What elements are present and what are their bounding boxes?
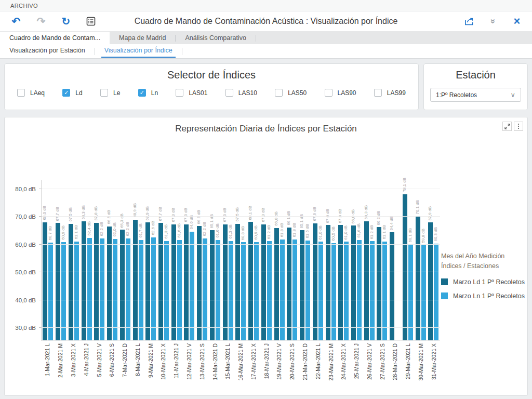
bar-value-label: 62,2 dB	[99, 222, 104, 236]
bar[interactable]	[177, 240, 182, 340]
bar[interactable]	[338, 225, 343, 340]
bar[interactable]	[133, 220, 138, 340]
bar[interactable]	[261, 224, 266, 340]
bar[interactable]	[113, 239, 117, 340]
bar[interactable]	[370, 241, 375, 340]
bar[interactable]	[292, 240, 297, 340]
bar-slot: 59,8 dB	[421, 180, 426, 340]
x-label-cell: 29-Mar-2021 L	[403, 343, 414, 394]
bar[interactable]	[274, 228, 279, 340]
bar[interactable]	[145, 222, 150, 340]
bar[interactable]	[421, 245, 426, 340]
tab-mapa-de-madrid[interactable]: Mapa de Madrid	[110, 32, 175, 44]
bar[interactable]	[364, 221, 369, 340]
bar[interactable]	[210, 230, 215, 340]
bar[interactable]	[408, 244, 413, 340]
bar[interactable]	[87, 238, 92, 340]
menu-archivo[interactable]: ARCHIVO	[10, 3, 38, 9]
bar-slot: 70,1 dB	[416, 180, 420, 340]
checkbox-las10[interactable]: LAS10	[225, 89, 257, 97]
bar[interactable]	[158, 223, 163, 340]
chart-menu-button[interactable]	[514, 122, 523, 131]
report-list-button[interactable]	[84, 15, 98, 28]
subtab-separator	[182, 48, 182, 55]
legend-item-marzo-ln-1-p-recoletos[interactable]: Marzo Ln 1 Pº Recoletos	[441, 292, 530, 300]
subtab-visualizacion-por-indice[interactable]: Visualización por Índice	[101, 44, 176, 58]
bar[interactable]	[416, 217, 420, 340]
subtab-visualizacion-por-estacion[interactable]: Visualización por Estación	[6, 44, 88, 58]
bar-group: 68,3 dB62,4 dB	[81, 180, 92, 340]
bar[interactable]	[223, 224, 228, 340]
checkbox-las99[interactable]: LAS99	[374, 89, 406, 97]
bar[interactable]	[382, 242, 387, 340]
bar[interactable]	[100, 238, 104, 340]
checkbox-le[interactable]: Le	[100, 89, 120, 97]
checkbox-las90[interactable]: LAS90	[325, 89, 356, 97]
bar[interactable]	[326, 225, 330, 340]
bar[interactable]	[216, 240, 220, 340]
checkbox-las01[interactable]: LAS01	[176, 89, 207, 97]
bar[interactable]	[313, 223, 317, 340]
bar[interactable]	[280, 240, 285, 340]
bar[interactable]	[318, 242, 323, 340]
bar[interactable]	[126, 238, 130, 340]
undo-button[interactable]: ↶	[9, 15, 23, 28]
bar[interactable]	[248, 222, 253, 340]
bar[interactable]	[351, 225, 356, 340]
collapse-button[interactable]: »	[486, 15, 500, 28]
bar[interactable]	[203, 238, 207, 340]
bar[interactable]	[151, 237, 156, 340]
plot-area: 68,0 dB60,7 dB67,7 dB60,9 dB67,5 dB61,1 …	[41, 180, 440, 341]
bar[interactable]	[94, 223, 99, 340]
bar[interactable]	[434, 244, 438, 340]
bar[interactable]	[43, 222, 47, 340]
redo-button[interactable]: ↷	[34, 15, 48, 28]
bar[interactable]	[171, 224, 176, 340]
bar-slot: 61,5 dB	[305, 180, 310, 340]
bar[interactable]	[69, 224, 73, 340]
bar-group: 68,9 dB61,7 dB	[132, 180, 143, 340]
bar[interactable]	[74, 242, 79, 340]
bar-value-label: 61,6 dB	[356, 223, 362, 238]
gridline	[42, 244, 440, 245]
chart-expand-button[interactable]	[502, 122, 512, 131]
close-button[interactable]: ×	[510, 15, 524, 28]
bar[interactable]	[267, 241, 272, 340]
bar[interactable]	[120, 230, 125, 340]
bar[interactable]	[48, 243, 53, 340]
bar[interactable]	[300, 230, 304, 340]
legend-item-marzo-ld-1-p-recoletos[interactable]: Marzo Ld 1 Pº Recoletos	[441, 278, 530, 286]
bar[interactable]	[241, 242, 246, 340]
bar[interactable]	[82, 221, 86, 340]
station-select[interactable]: 1:Pº Recoletos ∨	[430, 88, 521, 102]
bar[interactable]	[235, 224, 240, 340]
bar[interactable]	[344, 242, 349, 340]
x-label-cell: 16-Mar-2021 M	[235, 343, 246, 394]
bar[interactable]	[357, 240, 362, 340]
bar[interactable]	[428, 222, 433, 340]
bar-group: 68,0 dB60,7 dB	[43, 180, 54, 340]
bar[interactable]	[190, 232, 194, 340]
bar-value-label: 67,3 dB	[261, 208, 266, 222]
bar[interactable]	[61, 242, 66, 340]
tab-cuadro-de-mando-de-contam[interactable]: Cuadro de Mando de Contam...	[0, 32, 110, 44]
checkbox-laeq[interactable]: LAeq	[17, 89, 45, 97]
bar-slot: 67,5 dB	[69, 180, 73, 340]
bar[interactable]	[305, 241, 310, 340]
export-button[interactable]	[462, 15, 476, 28]
bar[interactable]	[197, 226, 202, 340]
checkbox-ln[interactable]: ✓Ln	[138, 89, 158, 97]
bar[interactable]	[331, 243, 336, 340]
checkbox-las50[interactable]: LAS50	[275, 89, 307, 97]
checkbox-ld[interactable]: ✓Ld	[62, 89, 82, 97]
bar[interactable]	[164, 241, 169, 340]
bar[interactable]	[184, 224, 189, 340]
tab-analisis-comparativo[interactable]: Análisis Comparativo	[176, 32, 255, 44]
bar-value-label: 61,6 dB	[215, 223, 220, 238]
bar[interactable]	[56, 223, 60, 340]
bar[interactable]	[229, 241, 233, 340]
bar[interactable]	[139, 240, 143, 340]
bar[interactable]	[254, 242, 259, 340]
refresh-button[interactable]: ↻	[59, 15, 73, 28]
bar[interactable]	[390, 232, 394, 340]
